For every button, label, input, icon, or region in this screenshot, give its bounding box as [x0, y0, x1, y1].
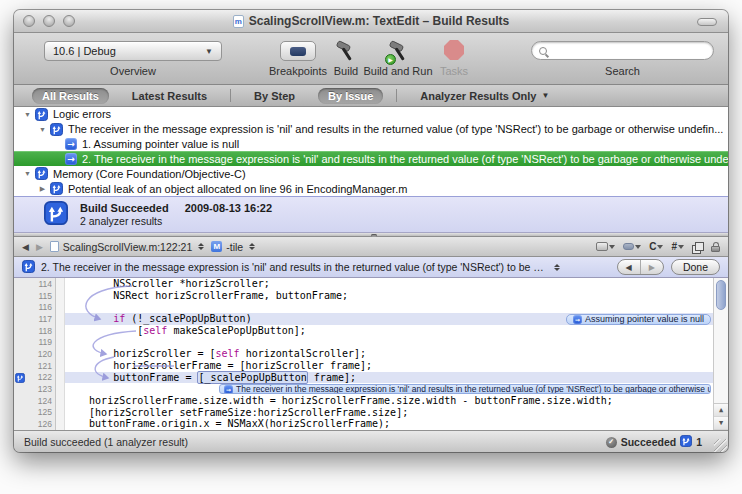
document-icon: m — [233, 15, 244, 28]
filter-items: All ResultsLatest ResultsBy StepBy Issue… — [32, 88, 559, 104]
file-popup[interactable]: ScalingScrollView.m:122:21 — [50, 241, 204, 253]
line-number: 119 — [38, 337, 52, 347]
code-line[interactable]: 114 NSScroller *horizScroller; — [14, 278, 728, 290]
code-line[interactable]: 125 [horizScroller setFrameSize:horizScr… — [14, 407, 728, 419]
build-and-run-label: Build and Run — [360, 65, 436, 77]
result-row[interactable]: ▼The receiver in the message expression … — [14, 122, 728, 137]
disclosure-triangle-icon[interactable]: ▼ — [37, 126, 48, 133]
focus-ribbon — [56, 290, 65, 302]
result-row[interactable]: ▼Memory (Core Foundation/Objective-C) — [14, 166, 728, 181]
analyzer-summary-icon-slot — [44, 201, 68, 229]
analyzer-results-count: 2 analyzer results — [80, 215, 272, 227]
code-line[interactable]: 124 horizScrollerFrame.size.width = hori… — [14, 395, 728, 407]
code-line[interactable]: 121 horizScrollerFrame = [horizScroller … — [14, 360, 728, 372]
overview-popup-value: 10.6 | Debug — [53, 45, 116, 57]
filter-latest-results[interactable]: Latest Results — [122, 88, 217, 104]
included-files-label: # — [671, 241, 677, 252]
build-succeeded-icon: ✓ — [606, 437, 617, 448]
filter-by-issue[interactable]: By Issue — [318, 88, 383, 104]
scroll-up-button[interactable]: ▲ — [714, 404, 728, 417]
code-line[interactable]: 126 buttonFrame.origin.x = NSMaxX(horizS… — [14, 418, 728, 430]
bookmark-icon — [596, 242, 608, 251]
search-input[interactable] — [531, 41, 714, 60]
code-line[interactable]: 118 [self makeScalePopUpButton]; — [14, 325, 728, 337]
line-number: 126 — [38, 419, 52, 429]
done-button[interactable]: Done — [671, 259, 720, 275]
scroll-down-button[interactable]: ▼ — [714, 417, 728, 430]
line-number: 121 — [38, 361, 52, 371]
code-line[interactable]: 120 horizScroller = [self horizontalScro… — [14, 348, 728, 360]
splitter-dimple-icon — [371, 234, 377, 237]
window-title-text: ScalingScrollView.m: TextEdit – Build Re… — [249, 14, 510, 28]
history-back-button[interactable]: ◀ — [22, 242, 29, 252]
previous-issue-button[interactable]: ◀ — [618, 263, 640, 272]
zoom-button[interactable] — [63, 15, 75, 27]
result-row[interactable]: ▶Potential leak of an object allocated o… — [14, 181, 728, 196]
code-text: [horizScroller setFrameSize:horizScrolle… — [65, 407, 408, 419]
stepper-icon — [249, 243, 255, 250]
code-text: buttonFrame = [_scalePopUpButton frame]; — [65, 372, 356, 384]
hammer-icon — [333, 38, 359, 64]
next-issue-button[interactable]: ▶ — [641, 263, 663, 272]
line-number-gutter: 114 — [14, 278, 56, 290]
toolbar-toggle-button[interactable] — [697, 18, 717, 26]
code-line[interactable]: 116 — [14, 301, 728, 313]
line-number-gutter: 121 — [14, 360, 56, 372]
tasks-stop-icon[interactable] — [444, 40, 464, 60]
result-row[interactable]: →1. Assuming pointer value is null — [14, 137, 728, 152]
disclosure-triangle-icon[interactable]: ▼ — [22, 170, 33, 177]
filter-all-results[interactable]: All Results — [32, 88, 109, 104]
build-and-run-button[interactable]: ▶ — [386, 38, 412, 64]
code-lines: 114 NSScroller *horizScroller;115 NSRect… — [14, 278, 728, 430]
resize-grip[interactable] — [714, 439, 727, 452]
result-row[interactable]: ▼Logic errors — [14, 107, 728, 122]
analyzer-icon — [15, 373, 25, 383]
filter-by-step[interactable]: By Step — [244, 88, 305, 104]
stepper-icon — [198, 243, 204, 250]
code-editor[interactable]: 114 NSScroller *horizScroller;115 NSRect… — [14, 278, 728, 430]
minimize-button[interactable] — [43, 15, 55, 27]
line-number-gutter: 117 — [14, 313, 56, 325]
code-line[interactable]: 122 buttonFrame = [_scalePopUpButton fra… — [14, 372, 728, 384]
history-forward-button[interactable]: ▶ — [36, 242, 43, 252]
code-line[interactable]: 117 if (!_scalePopUpButton)→Assuming poi… — [14, 313, 728, 325]
analyzer-issue-count: 1 — [696, 436, 702, 448]
breakpoints-menu-button[interactable] — [623, 243, 641, 250]
editor-scrollbar[interactable]: ▲ ▼ — [713, 278, 728, 430]
symbol-popup[interactable]: M -tile — [211, 241, 255, 253]
close-button[interactable] — [23, 15, 35, 27]
result-row[interactable]: →2. The receiver in the message expressi… — [14, 151, 728, 166]
title-bar[interactable]: m ScalingScrollView.m: TextEdit – Build … — [14, 10, 728, 33]
status-right[interactable]: ✓ Succeeded 1 — [606, 435, 702, 449]
lock-icon[interactable] — [711, 242, 720, 252]
bookmarks-menu-button[interactable] — [596, 242, 615, 251]
pane-splitter[interactable] — [14, 233, 728, 237]
file-icon — [50, 241, 59, 252]
line-number: 125 — [38, 407, 52, 417]
counterpart-icon[interactable] — [692, 242, 703, 252]
result-text: The receiver in the message expression i… — [68, 123, 723, 135]
line-number: 114 — [38, 279, 52, 289]
message-bar-controls: ◀ ▶ Done — [617, 259, 720, 275]
focus-ribbon — [56, 278, 65, 290]
disclosure-triangle-icon[interactable]: ▼ — [22, 111, 33, 118]
build-summary[interactable]: Build Succeeded2009-08-13 16:22 2 analyz… — [14, 196, 728, 233]
line-number-gutter: 115 — [14, 290, 56, 302]
line-number: 117 — [38, 314, 52, 324]
scrollbar-thumb[interactable] — [716, 280, 726, 310]
class-hierarchy-button[interactable]: C — [649, 241, 663, 252]
stepper-icon[interactable] — [554, 264, 560, 271]
focus-ribbon — [56, 313, 65, 325]
scrollbar-arrows: ▲ ▼ — [714, 403, 728, 430]
overview-popup[interactable]: 10.6 | Debug ▼ — [44, 41, 222, 61]
code-line[interactable]: 119 — [14, 336, 728, 348]
filter-analyzer-results-only[interactable]: Analyzer Results Only▼ — [410, 88, 559, 104]
breakpoints-button[interactable] — [280, 41, 316, 61]
chevron-down-icon: ▼ — [541, 91, 549, 100]
included-files-button[interactable]: # — [671, 241, 684, 252]
code-line[interactable]: 115 NSRect horizScrollerFrame, buttonFra… — [14, 290, 728, 302]
disclosure-triangle-icon[interactable]: ▶ — [37, 185, 48, 193]
code-line[interactable]: 123→The receiver in the message expressi… — [14, 383, 728, 395]
focus-ribbon — [56, 325, 65, 337]
build-button[interactable] — [333, 38, 359, 64]
